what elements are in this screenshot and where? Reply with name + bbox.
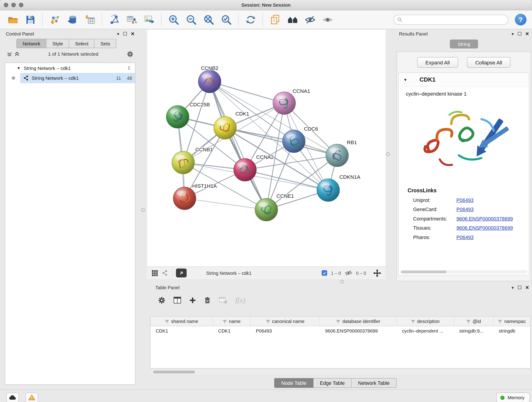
collapse-all-button[interactable]: Collapse All bbox=[467, 57, 510, 68]
network-node-RB1[interactable]: RB1 bbox=[326, 140, 357, 167]
network-table-button[interactable] bbox=[124, 12, 139, 27]
grid-view-icon[interactable] bbox=[152, 270, 158, 276]
column-header-id[interactable]: @id bbox=[454, 317, 494, 326]
table-hscrollbar[interactable] bbox=[150, 370, 531, 374]
network-node-CCNA1[interactable]: CCNA1 bbox=[273, 88, 310, 114]
tab-select[interactable]: Select bbox=[69, 39, 95, 48]
panel-float-icon[interactable]: ▾ bbox=[117, 32, 119, 36]
network-edge[interactable] bbox=[210, 82, 284, 103]
network-edge[interactable] bbox=[185, 198, 266, 210]
network-node-CCNB2[interactable]: CCNB2 bbox=[198, 65, 221, 93]
column-header-canonical-name[interactable]: canonical name bbox=[251, 317, 320, 326]
panel-maximize-icon[interactable] bbox=[518, 32, 521, 36]
cell-id[interactable]: stringdb:9... bbox=[454, 328, 494, 333]
panel-close-icon[interactable]: × bbox=[131, 31, 134, 37]
network-node-CDK1[interactable]: CDK1 bbox=[214, 111, 249, 139]
help-button[interactable]: ? bbox=[515, 14, 526, 26]
import-network-database-button[interactable] bbox=[64, 12, 80, 27]
search-input[interactable] bbox=[405, 17, 505, 23]
panel-maximize-icon[interactable] bbox=[123, 32, 127, 36]
network-graph[interactable]: CCNB2CCNA1CDC25BCDK1CDC6RB1CCNB1CCNA2CDK… bbox=[147, 30, 386, 267]
column-header-description[interactable]: description bbox=[397, 317, 454, 326]
crosslink-link-uniprot[interactable]: P06493 bbox=[456, 197, 474, 203]
export-image-button[interactable] bbox=[141, 12, 157, 27]
show-columns-button[interactable] bbox=[174, 297, 181, 304]
column-header-shared-name[interactable]: shared name bbox=[151, 317, 213, 326]
column-header-namespace[interactable]: namespac bbox=[494, 317, 530, 326]
delete-column-button[interactable] bbox=[204, 297, 211, 304]
scrollbar-thumb[interactable] bbox=[153, 370, 195, 373]
minimize-window-button[interactable] bbox=[12, 3, 16, 7]
panel-close-icon[interactable]: × bbox=[526, 284, 529, 290]
section-expander-icon[interactable]: ▼ bbox=[404, 78, 407, 82]
zoom-selected-button[interactable] bbox=[218, 12, 234, 27]
splitter-knob-right[interactable] bbox=[386, 153, 390, 156]
cell-description[interactable]: cyclin–dependent ... bbox=[397, 328, 454, 333]
close-window-button[interactable] bbox=[4, 3, 8, 7]
cloud-status-button[interactable] bbox=[6, 393, 19, 402]
panel-float-icon[interactable]: ▾ bbox=[512, 285, 514, 290]
birdseye-icon[interactable] bbox=[162, 270, 168, 276]
warnings-button[interactable] bbox=[25, 393, 38, 402]
network-from-selection-button[interactable] bbox=[106, 12, 122, 27]
tree-item-collection[interactable]: ▼ String Network – cdk1 1 bbox=[5, 63, 135, 73]
crosslink-link-compartments[interactable]: 9606.ENSP00000378699 bbox=[456, 216, 513, 221]
apply-layout-button[interactable] bbox=[243, 12, 259, 27]
zoom-in-button[interactable] bbox=[166, 12, 181, 27]
result-section-header[interactable]: ▼ CDK1 bbox=[399, 73, 529, 87]
crosslink-link-genecard[interactable]: P06493 bbox=[456, 207, 474, 212]
open-session-button[interactable] bbox=[5, 12, 21, 27]
network-edge[interactable] bbox=[210, 82, 266, 210]
table-row[interactable]: CDK1 CDK1 P06493 9606.ENSP00000378699 cy… bbox=[151, 326, 530, 335]
network-node-CDC6[interactable]: CDC6 bbox=[283, 126, 318, 153]
delete-table-button-disabled[interactable] bbox=[219, 297, 227, 303]
tree-expander-icon[interactable]: ▼ bbox=[17, 66, 21, 70]
panel-maximize-icon[interactable] bbox=[518, 286, 521, 289]
crosslink-link-tissues[interactable]: 9606.ENSP00000378699 bbox=[456, 225, 513, 231]
cell-database-identifier[interactable]: 9606.ENSP00000378699 bbox=[320, 328, 397, 333]
tab-string[interactable]: String bbox=[450, 40, 478, 49]
column-header-database-identifier[interactable]: database identifier bbox=[320, 317, 397, 326]
zoom-out-button[interactable] bbox=[183, 12, 199, 27]
panel-float-icon[interactable]: ▾ bbox=[512, 32, 514, 36]
memory-button[interactable]: Memory bbox=[496, 393, 530, 402]
scrollbar-thumb[interactable] bbox=[401, 271, 447, 274]
show-all-button[interactable] bbox=[320, 12, 336, 27]
expand-all-button[interactable]: Expand All bbox=[417, 57, 458, 68]
panel-close-icon[interactable]: × bbox=[526, 31, 529, 37]
selected-counter-checkbox[interactable] bbox=[322, 270, 327, 276]
hidden-eye-icon[interactable] bbox=[345, 270, 352, 276]
cell-name[interactable]: CDK1 bbox=[213, 328, 251, 333]
cell-shared-name[interactable]: CDK1 bbox=[151, 328, 213, 333]
function-builder-button[interactable]: f(x) bbox=[235, 296, 246, 305]
tab-edge-table[interactable]: Edge Table bbox=[313, 378, 351, 388]
column-header-name[interactable]: name bbox=[213, 317, 251, 326]
splitter-knob-left[interactable] bbox=[141, 208, 145, 212]
tab-style[interactable]: Style bbox=[46, 39, 69, 48]
tab-sets[interactable]: Sets bbox=[95, 39, 116, 48]
hide-selected-button[interactable] bbox=[302, 12, 318, 27]
tab-node-table[interactable]: Node Table bbox=[274, 378, 313, 388]
save-session-button[interactable] bbox=[22, 12, 38, 27]
crosslink-link-pharos[interactable]: P06493 bbox=[456, 235, 474, 240]
add-column-button[interactable] bbox=[190, 297, 196, 303]
results-hscrollbar[interactable] bbox=[400, 270, 528, 274]
network-overview-button[interactable] bbox=[285, 12, 300, 27]
table-options-button[interactable] bbox=[158, 297, 165, 304]
import-network-file-button[interactable] bbox=[47, 12, 63, 27]
import-table-button[interactable] bbox=[82, 12, 98, 27]
cell-canonical-name[interactable]: P06493 bbox=[251, 328, 320, 333]
expand-all-icon[interactable] bbox=[14, 51, 20, 57]
network-node-CDKN1A[interactable]: CDKN1A bbox=[317, 174, 360, 201]
detach-view-button[interactable] bbox=[176, 269, 187, 278]
network-node-HIST1H1A[interactable]: HIST1H1A bbox=[173, 183, 217, 210]
cell-namespace[interactable]: stringdb bbox=[494, 328, 530, 333]
duplicate-network-button[interactable] bbox=[267, 12, 283, 27]
collapse-all-icon[interactable] bbox=[7, 51, 12, 57]
tab-network[interactable]: Network bbox=[17, 39, 46, 48]
zoom-window-button[interactable] bbox=[19, 3, 24, 7]
pan-crosshair-icon[interactable] bbox=[373, 269, 381, 277]
tree-item-network[interactable]: String Network – cdk1 11 48 bbox=[20, 73, 135, 83]
network-options-gear-icon[interactable] bbox=[127, 51, 133, 57]
zoom-fit-button[interactable] bbox=[201, 12, 216, 27]
